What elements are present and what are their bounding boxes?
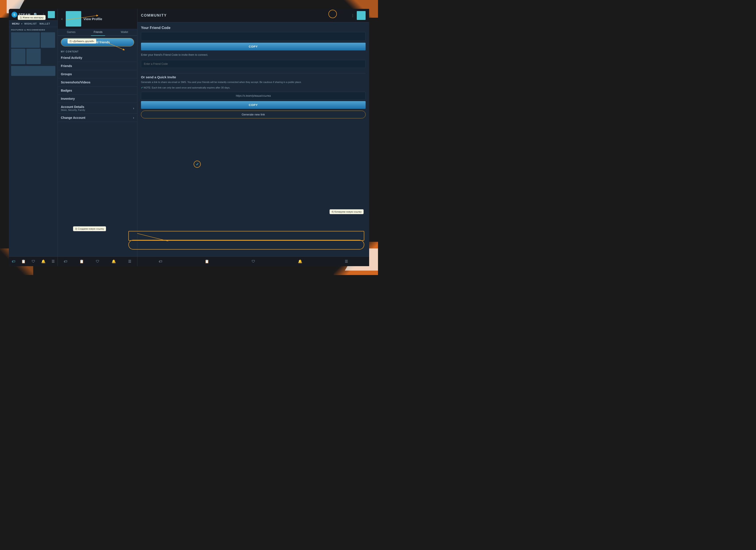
bottom-nav-menu-mid[interactable]: ☰: [126, 259, 133, 265]
chevron-icon: ›: [133, 116, 134, 120]
steam-icon: S: [12, 12, 17, 17]
nav-menu[interactable]: MENU: [11, 22, 20, 25]
bottom-nav-bell[interactable]: 🔔: [39, 259, 47, 265]
check-circle: [194, 161, 201, 168]
menu-item-account-details[interactable]: Account Details Store, Security, Family …: [58, 103, 137, 114]
quick-invite-note-text: NOTE: Each link can only be used once an…: [144, 86, 230, 89]
community-content: Your Friend Code COPY Enter your friend'…: [137, 22, 369, 257]
profile-header: ‹ View Profile: [58, 9, 137, 29]
menu-item-label: Friend Activity: [61, 56, 82, 60]
back-arrow[interactable]: ‹: [60, 17, 64, 21]
avatar[interactable]: [48, 11, 55, 18]
nav-wishlist[interactable]: WISHLIST: [23, 22, 38, 25]
quick-invite-note: ✓ NOTE: Each link can only be used once …: [141, 86, 366, 89]
annotation-step2-text: 2) «Добавить друзей»: [69, 40, 94, 43]
bottom-nav-shield[interactable]: 🛡: [30, 259, 37, 265]
bottom-nav-shield-right[interactable]: 🛡: [250, 259, 257, 265]
steam-featured: FEATURED & RECOMMENDED: [9, 27, 58, 257]
annotation-step2: 2) «Добавить друзей»: [67, 39, 96, 44]
community-avatar[interactable]: [357, 11, 366, 20]
bottom-nav-shield-mid[interactable]: 🛡: [94, 259, 101, 265]
nav-wallet[interactable]: WALLET: [39, 22, 51, 25]
annotation-step1-text: 1) Жмем на аватарку: [20, 16, 44, 19]
featured-label: FEATURED & RECOMMENDED: [11, 29, 55, 31]
copy-button-bottom[interactable]: COPY: [141, 101, 366, 109]
friend-code-display: [141, 32, 366, 41]
tab-games[interactable]: Games: [64, 29, 78, 36]
right-panel: COMMUNITY ⋮ Your Friend Code COPY Enter …: [137, 9, 369, 266]
avatar-container: [48, 11, 55, 18]
bottom-nav-bell-right[interactable]: 🔔: [296, 259, 304, 265]
friend-code-title: Your Friend Code: [141, 26, 366, 30]
bottom-nav-tag-right[interactable]: 🏷: [157, 259, 164, 265]
tab-friends[interactable]: Friends: [91, 29, 105, 36]
profile-tabs: Games Friends Wallet: [58, 29, 137, 36]
bottom-nav-list-right[interactable]: 📋: [203, 259, 211, 265]
generate-new-link-button[interactable]: Generate new link: [141, 111, 366, 118]
bottom-nav-list-mid[interactable]: 📋: [78, 259, 86, 265]
bottom-nav-tag[interactable]: 🏷: [10, 259, 17, 265]
menu-item-badges[interactable]: Badges: [58, 87, 137, 95]
note-check-icon: ✓: [141, 86, 143, 89]
view-profile-button[interactable]: View Profile: [83, 17, 102, 21]
menu-item-inventory[interactable]: Inventory: [58, 95, 137, 103]
menu-item-label: Change Account: [61, 116, 85, 120]
bottom-nav-tag-mid[interactable]: 🏷: [62, 259, 69, 265]
steam-nav: MENU ▾ WISHLIST WALLET: [9, 21, 58, 27]
bottom-nav-list[interactable]: 📋: [19, 259, 27, 265]
steam-panel: S STEAM 🔍 ⋮ MENU ▾ WISHLIST WALLET FEATU…: [9, 9, 58, 266]
friend-code-description: Enter your friend's Friend Code to invit…: [141, 53, 366, 57]
featured-image-2[interactable]: [11, 49, 25, 64]
featured-image-wide[interactable]: [11, 66, 55, 76]
menu-bottom-nav: 🏷 📋 🛡 🔔 ☰: [58, 257, 137, 266]
community-more-icon[interactable]: ⋮: [351, 14, 355, 18]
menu-item-sub: Store, Security, Family: [61, 109, 85, 111]
menu-item-label: Groups: [61, 72, 72, 76]
bottom-nav-bell-mid[interactable]: 🔔: [110, 259, 118, 265]
copy-button-top[interactable]: COPY: [141, 43, 366, 50]
annotation-step1: 1) Жмем на аватарку: [18, 15, 46, 20]
featured-image-small[interactable]: [41, 32, 55, 48]
quick-invite-description: Generate a link to share via email or SM…: [141, 80, 366, 84]
menu-item-label: Friends: [61, 64, 72, 68]
invite-link-text: https://s.team/p/ваша/ссылка: [236, 94, 271, 97]
menu-item-label: Account Details: [61, 105, 85, 109]
menu-item-screenshots[interactable]: Screenshots/Videos: [58, 78, 137, 87]
annotation-step3: 3) Создаем новую ссылку: [73, 226, 106, 231]
community-header-right: ⋮: [351, 11, 366, 20]
featured-image-large[interactable]: [11, 32, 40, 48]
menu-item-change-account[interactable]: Change Account ›: [58, 114, 137, 122]
menu-item-friends[interactable]: Friends: [58, 62, 137, 70]
bottom-nav-menu[interactable]: ☰: [50, 259, 56, 265]
menu-item-friend-activity[interactable]: Friend Activity: [58, 54, 137, 62]
steam-bottom-nav: 🏷 📋 🛡 🔔 ☰: [9, 257, 58, 266]
community-title: COMMUNITY: [141, 14, 167, 17]
bottom-nav-menu-right[interactable]: ☰: [343, 259, 350, 265]
community-header: COMMUNITY ⋮: [137, 9, 369, 22]
quick-invite-title: Or send a Quick Invite: [141, 75, 366, 79]
annotation-step4: 4) Копируем новую ссылку: [330, 209, 364, 214]
profile-avatar: [66, 11, 81, 27]
main-container: S STEAM 🔍 ⋮ MENU ▾ WISHLIST WALLET FEATU…: [9, 9, 369, 266]
invite-link-box: https://s.team/p/ваша/ссылка: [141, 92, 366, 100]
menu-list: Friend Activity Friends Groups Screensho…: [58, 54, 137, 257]
menu-item-label: Screenshots/Videos: [61, 81, 91, 84]
menu-item-label: Badges: [61, 89, 72, 92]
tab-wallet[interactable]: Wallet: [118, 29, 131, 36]
friend-code-input[interactable]: [141, 60, 366, 68]
chevron-icon: ›: [133, 106, 134, 110]
menu-item-groups[interactable]: Groups: [58, 70, 137, 78]
community-bottom-nav: 🏷 📋 🛡 🔔 ☰: [137, 257, 369, 266]
annotation-step4-text: 4) Копируем новую ссылку: [332, 211, 362, 213]
annotation-step3-text: 3) Создаем новую ссылку: [75, 228, 104, 230]
featured-images: [11, 32, 55, 76]
featured-image-3[interactable]: [26, 49, 41, 64]
menu-item-label: Inventory: [61, 97, 75, 101]
my-content-label: MY CONTENT: [58, 49, 137, 54]
